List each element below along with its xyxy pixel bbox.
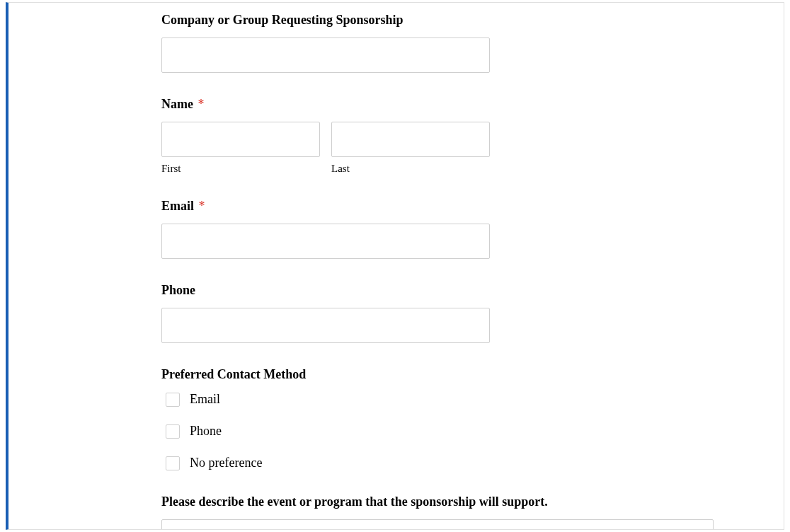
field-phone: Phone xyxy=(161,283,713,343)
checkbox-phone[interactable] xyxy=(166,424,180,439)
sponsorship-form: Company or Group Requesting Sponsorship … xyxy=(8,3,784,530)
input-email[interactable] xyxy=(161,224,490,259)
input-describe[interactable] xyxy=(161,519,714,530)
form-container: Company or Group Requesting Sponsorship … xyxy=(6,2,784,530)
label-company: Company or Group Requesting Sponsorship xyxy=(161,13,713,28)
sublabel-first: First xyxy=(161,163,320,175)
sublabel-last: Last xyxy=(331,163,490,175)
label-phone: Phone xyxy=(161,283,713,298)
label-name: Name * xyxy=(161,97,713,112)
checkbox-nopref[interactable] xyxy=(166,456,180,470)
label-email-text: Email xyxy=(161,199,194,213)
label-contact-method: Preferred Contact Method xyxy=(161,367,713,382)
field-contact-method: Preferred Contact Method Email Phone No … xyxy=(161,367,713,470)
input-last-name[interactable] xyxy=(331,122,490,157)
input-company[interactable] xyxy=(161,37,490,73)
required-marker: * xyxy=(199,199,205,213)
field-company: Company or Group Requesting Sponsorship xyxy=(161,13,713,73)
input-first-name[interactable] xyxy=(161,122,320,157)
label-describe: Please describe the event or program tha… xyxy=(161,495,713,509)
field-email: Email * xyxy=(161,199,713,259)
name-last-col: Last xyxy=(331,122,490,175)
checkbox-email[interactable] xyxy=(166,393,180,407)
checkbox-row-email: Email xyxy=(166,392,713,407)
name-row: First Last xyxy=(161,122,713,175)
checkbox-label-nopref: No preference xyxy=(190,456,262,470)
field-describe: Please describe the event or program tha… xyxy=(161,495,713,530)
required-marker: * xyxy=(198,97,204,111)
checkbox-label-phone: Phone xyxy=(190,424,222,439)
checkbox-row-nopref: No preference xyxy=(166,456,713,470)
label-email: Email * xyxy=(161,199,713,214)
name-first-col: First xyxy=(161,122,320,175)
checkbox-row-phone: Phone xyxy=(166,424,713,439)
checkbox-label-email: Email xyxy=(190,392,220,407)
label-name-text: Name xyxy=(161,97,193,111)
field-name: Name * First Last xyxy=(161,97,713,175)
input-phone[interactable] xyxy=(161,308,490,343)
